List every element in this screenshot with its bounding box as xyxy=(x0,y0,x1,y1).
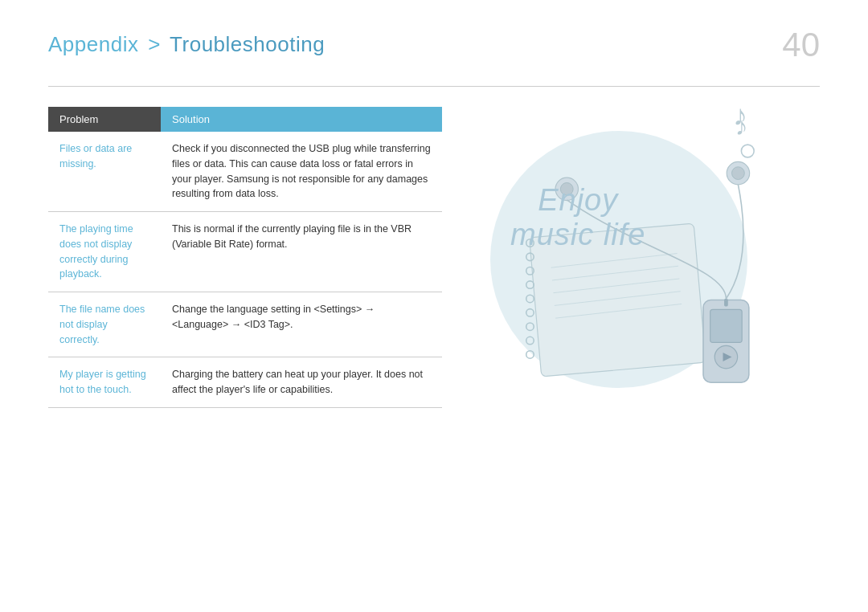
table-row: My player is getting hot to the touch.Ch… xyxy=(48,357,442,408)
solution-cell-2: Change the language setting in <Settings… xyxy=(161,292,442,357)
enjoy-text-block: Enjoy music life xyxy=(510,183,645,252)
problem-cell-3: My player is getting hot to the touch. xyxy=(48,357,161,408)
problem-cell-0: Files or data are missing. xyxy=(48,132,161,212)
svg-point-17 xyxy=(714,345,737,368)
col-header-solution: Solution xyxy=(161,107,442,132)
problem-cell-1: The playing time does not display correc… xyxy=(48,212,161,292)
table-row: The file name does not display correctly… xyxy=(48,292,442,357)
svg-point-23 xyxy=(732,167,745,180)
breadcrumb-main: Appendix xyxy=(48,32,138,56)
breadcrumb-sub: Troubleshooting xyxy=(170,32,325,56)
page-number: 40 xyxy=(782,28,820,62)
breadcrumb: Appendix > Troubleshooting xyxy=(48,32,325,57)
col-header-problem: Problem xyxy=(48,107,161,132)
problem-cell-2: The file name does not display correctly… xyxy=(48,292,161,357)
music-life-label: music life xyxy=(510,218,645,252)
svg-point-22 xyxy=(727,161,749,184)
solution-cell-3: Charging the battery can heat up your pl… xyxy=(161,357,442,408)
illustration-section: ♪ Enjoy music life xyxy=(466,91,820,408)
table-row: The playing time does not display correc… xyxy=(48,212,442,292)
solution-cell-0: Check if you disconnected the USB plug w… xyxy=(161,132,442,212)
content-area: Problem Solution Files or data are missi… xyxy=(48,107,820,408)
troubleshoot-table: Problem Solution Files or data are missi… xyxy=(48,107,442,408)
enjoy-circle-bg xyxy=(490,131,747,388)
solution-cell-1: This is normal if the currently playing … xyxy=(161,212,442,292)
svg-marker-18 xyxy=(723,353,731,361)
breadcrumb-separator: > xyxy=(148,32,161,56)
table-body: Files or data are missing.Check if you d… xyxy=(48,132,442,407)
svg-point-25 xyxy=(741,145,754,157)
table-section: Problem Solution Files or data are missi… xyxy=(48,107,466,408)
music-note-icon: ♪ xyxy=(733,99,747,133)
page-container: Appendix > Troubleshooting 40 Problem So… xyxy=(0,0,868,612)
header-divider xyxy=(48,86,820,87)
table-header: Problem Solution xyxy=(48,107,442,132)
page-header: Appendix > Troubleshooting 40 xyxy=(48,32,820,62)
table-row: Files or data are missing.Check if you d… xyxy=(48,132,442,212)
enjoy-label: Enjoy xyxy=(510,183,645,218)
